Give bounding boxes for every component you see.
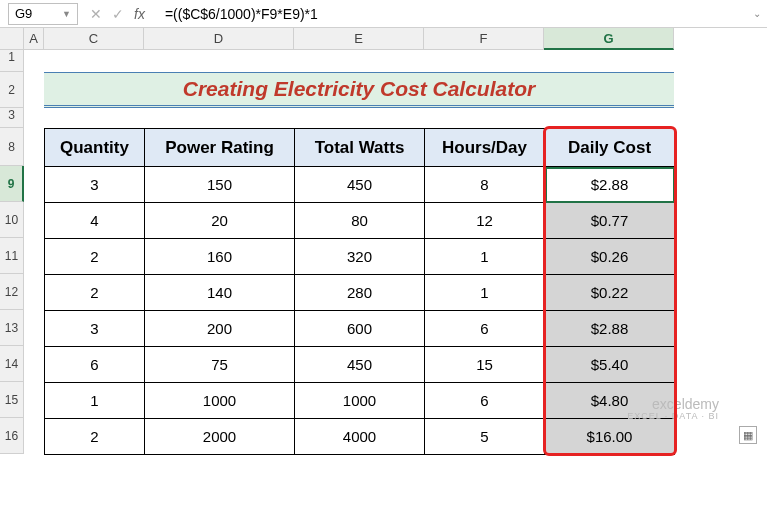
cell-watts[interactable]: 450	[295, 347, 425, 383]
name-box[interactable]: G9 ▼	[8, 3, 78, 25]
cell-cost[interactable]: $0.26	[545, 239, 675, 275]
cell-power[interactable]: 200	[145, 311, 295, 347]
cell-qty[interactable]: 6	[45, 347, 145, 383]
cell-watts[interactable]: 1000	[295, 383, 425, 419]
cell-hours[interactable]: 5	[425, 419, 545, 455]
cell-power[interactable]: 2000	[145, 419, 295, 455]
autofill-options-icon[interactable]: ▦	[739, 426, 757, 444]
row-header-15[interactable]: 15	[0, 382, 24, 418]
cell-hours[interactable]: 12	[425, 203, 545, 239]
formula-bar: G9 ▼ ✕ ✓ fx ⌄	[0, 0, 767, 28]
col-header-A[interactable]: A	[24, 28, 44, 50]
cell-hours[interactable]: 6	[425, 311, 545, 347]
cell-qty[interactable]: 3	[45, 167, 145, 203]
data-table: Quantity Power Rating Total Watts Hours/…	[44, 128, 675, 455]
row-header-8[interactable]: 8	[0, 128, 24, 166]
cell-qty[interactable]: 2	[45, 239, 145, 275]
cell-power[interactable]: 20	[145, 203, 295, 239]
row-header-16[interactable]: 16	[0, 418, 24, 454]
dropdown-icon[interactable]: ▼	[62, 9, 71, 19]
header-quantity[interactable]: Quantity	[45, 129, 145, 167]
name-box-value: G9	[15, 6, 32, 21]
cell-hours[interactable]: 6	[425, 383, 545, 419]
cell-qty[interactable]: 2	[45, 419, 145, 455]
formula-bar-buttons: ✕ ✓ fx	[78, 6, 161, 22]
cell-qty[interactable]: 4	[45, 203, 145, 239]
worksheet-grid: A C D E F G 1 2 3 8 9 10 11 12 13 14 15 …	[0, 28, 767, 454]
row-header-14[interactable]: 14	[0, 346, 24, 382]
select-all-corner[interactable]	[0, 28, 24, 50]
cancel-icon[interactable]: ✕	[90, 6, 102, 22]
cell-power[interactable]: 1000	[145, 383, 295, 419]
cell-hours[interactable]: 15	[425, 347, 545, 383]
col-header-G[interactable]: G	[544, 28, 674, 50]
watermark-sub: EXCEL · DATA · BI	[627, 412, 719, 422]
cell-watts[interactable]: 4000	[295, 419, 425, 455]
cell-cost[interactable]: $0.22	[545, 275, 675, 311]
col-header-D[interactable]: D	[144, 28, 294, 50]
row-header-1[interactable]: 1	[0, 50, 24, 72]
cell-watts[interactable]: 320	[295, 239, 425, 275]
cell-cost[interactable]: $16.00	[545, 419, 675, 455]
row-header-2[interactable]: 2	[0, 72, 24, 108]
header-watts[interactable]: Total Watts	[295, 129, 425, 167]
cell-cost[interactable]: $5.40	[545, 347, 675, 383]
cell-qty[interactable]: 2	[45, 275, 145, 311]
row-header-12[interactable]: 12	[0, 274, 24, 310]
row-header-9[interactable]: 9	[0, 166, 24, 202]
watermark-main: exceldemy	[627, 397, 719, 412]
watermark: exceldemy EXCEL · DATA · BI	[627, 397, 719, 422]
cell-watts[interactable]: 280	[295, 275, 425, 311]
row-header-10[interactable]: 10	[0, 202, 24, 238]
sheet-title[interactable]: Creating Electricity Cost Calculator	[44, 72, 674, 108]
row-header-3[interactable]: 3	[0, 108, 24, 128]
col-header-C[interactable]: C	[44, 28, 144, 50]
header-cost[interactable]: Daily Cost	[545, 129, 675, 167]
cell-watts[interactable]: 80	[295, 203, 425, 239]
cell-hours[interactable]: 1	[425, 239, 545, 275]
cell-power[interactable]: 150	[145, 167, 295, 203]
fx-icon[interactable]: fx	[134, 6, 145, 22]
cells-area[interactable]: Creating Electricity Cost Calculator Qua…	[24, 50, 767, 454]
cell-qty[interactable]: 1	[45, 383, 145, 419]
cell-power[interactable]: 140	[145, 275, 295, 311]
row-header-11[interactable]: 11	[0, 238, 24, 274]
cell-power[interactable]: 160	[145, 239, 295, 275]
cell-hours[interactable]: 8	[425, 167, 545, 203]
cell-watts[interactable]: 450	[295, 167, 425, 203]
row-header-13[interactable]: 13	[0, 310, 24, 346]
cell-cost-selected[interactable]: $2.88	[545, 167, 675, 203]
header-hours[interactable]: Hours/Day	[425, 129, 545, 167]
cell-hours[interactable]: 1	[425, 275, 545, 311]
expand-icon[interactable]: ⌄	[753, 8, 761, 19]
confirm-icon[interactable]: ✓	[112, 6, 124, 22]
cell-watts[interactable]: 600	[295, 311, 425, 347]
header-power[interactable]: Power Rating	[145, 129, 295, 167]
col-header-E[interactable]: E	[294, 28, 424, 50]
cell-cost[interactable]: $0.77	[545, 203, 675, 239]
row-headers: 1 2 3 8 9 10 11 12 13 14 15 16	[0, 50, 24, 454]
cell-qty[interactable]: 3	[45, 311, 145, 347]
column-headers: A C D E F G	[24, 28, 674, 50]
formula-input[interactable]	[161, 4, 753, 24]
cell-power[interactable]: 75	[145, 347, 295, 383]
cell-cost[interactable]: $2.88	[545, 311, 675, 347]
col-header-F[interactable]: F	[424, 28, 544, 50]
